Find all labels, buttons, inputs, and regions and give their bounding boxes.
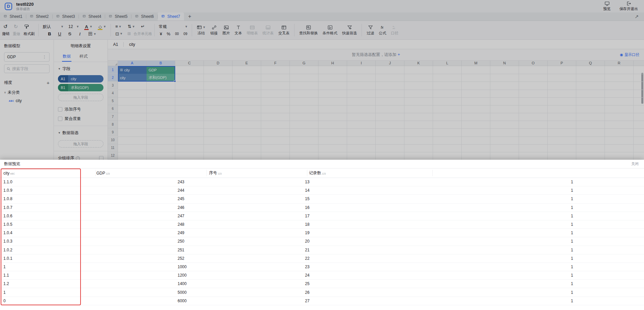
save-exit-button[interactable]: 保存并退出: [619, 1, 638, 11]
column-header-B[interactable]: B: [147, 61, 175, 66]
borders-button[interactable]: 田▼: [86, 31, 98, 37]
drop-field-zone[interactable]: 拖入字段: [58, 94, 103, 101]
settings-tab-样式[interactable]: 样式: [80, 54, 88, 62]
column-header-K[interactable]: K: [404, 61, 433, 66]
field-pill-B1[interactable]: B1求和(GDP): [58, 84, 103, 91]
currency-format-button[interactable]: ¥: [160, 32, 162, 36]
row-header-4[interactable]: 4: [108, 90, 118, 97]
font-size-select[interactable]: 12▼: [67, 23, 81, 30]
row-header-3[interactable]: 3: [108, 82, 118, 89]
row-header-7[interactable]: 7: [108, 113, 118, 121]
font-color-button[interactable]: A▼: [82, 24, 94, 29]
vertical-scrollbar[interactable]: [641, 73, 643, 104]
percent-format-button[interactable]: %: [167, 32, 171, 36]
row-header-9[interactable]: 9: [108, 128, 118, 136]
row-header-8[interactable]: 8: [108, 121, 118, 128]
column-header-D[interactable]: D: [204, 61, 233, 66]
checkbox-icon[interactable]: [58, 107, 62, 112]
spreadsheet-grid[interactable]: ABCDEFGHIJKLMNOPQRS 123456789101112⊞city…: [108, 61, 644, 160]
column-header-F[interactable]: F: [261, 61, 290, 66]
column-header-S[interactable]: S: [634, 61, 644, 66]
preview-column-header-GDP[interactable]: GDP123: [96, 168, 110, 178]
grid-cell-B1[interactable]: GDP: [147, 66, 175, 74]
dataset-select[interactable]: GDP ⋮: [4, 52, 50, 62]
vertical-align-button[interactable]: ⇅▼: [126, 24, 137, 29]
toolbar-text-button[interactable]: 文本: [232, 22, 244, 39]
column-header-M[interactable]: M: [462, 61, 490, 66]
field-item-city[interactable]: ABCcity: [0, 96, 54, 104]
grid-cell-A2[interactable]: city: [118, 74, 147, 82]
sheet-tab-sheet6[interactable]: Sheet6: [131, 12, 158, 21]
fill-color-button[interactable]: ◇▼: [96, 24, 108, 29]
row-header-12[interactable]: 12: [108, 152, 118, 160]
preview-column-header-序号[interactable]: 序号123: [209, 168, 222, 178]
column-header-O[interactable]: O: [519, 61, 548, 66]
toolbar-conditional-format-button[interactable]: 条件格式: [320, 22, 340, 39]
column-header-I[interactable]: I: [347, 61, 376, 66]
cell-reference-box[interactable]: A1: [108, 42, 123, 47]
number-format-select[interactable]: 常规▼: [157, 23, 189, 30]
field-group-uncategorized[interactable]: ∨ 未分类: [0, 87, 54, 96]
add-sheet-button[interactable]: +: [184, 12, 195, 21]
add-index-checkbox-row[interactable]: 添加序号: [54, 103, 108, 113]
sheet-tab-sheet4[interactable]: Sheet4: [79, 12, 105, 21]
sheet-tab-sheet2[interactable]: Sheet2: [26, 12, 53, 21]
drop-filter-field-zone[interactable]: 拖入字段: [58, 140, 103, 148]
column-header-H[interactable]: H: [318, 61, 347, 66]
row-header-2[interactable]: 2: [108, 74, 118, 82]
field-search-input[interactable]: 搜索字段: [4, 64, 50, 73]
font-family-select[interactable]: 默认▼: [41, 23, 65, 30]
fields-section-header[interactable]: ▼ 字段: [54, 62, 108, 74]
table-block-handle-icon[interactable]: ⊞: [120, 68, 123, 72]
column-header-R[interactable]: R: [605, 61, 634, 66]
undo-button[interactable]: ↺: [1, 24, 10, 29]
sheet-tab-sheet5[interactable]: Sheet5: [105, 12, 131, 21]
close-preview-button[interactable]: 关闭: [631, 161, 639, 166]
column-header-G[interactable]: G: [290, 61, 318, 66]
selection-fill-handle[interactable]: [174, 80, 176, 82]
column-header-E[interactable]: E: [233, 61, 261, 66]
settings-tab-数据[interactable]: 数据: [63, 54, 71, 62]
merge-cells-button[interactable]: 合并单元格: [133, 31, 152, 36]
wrap-text-button[interactable]: ↵: [139, 24, 147, 29]
add-dimension-button[interactable]: +: [47, 80, 50, 86]
grid-cell-A1[interactable]: ⊞city: [118, 66, 147, 74]
toolbar-quick-filter-button[interactable]: 快速筛选: [340, 22, 359, 39]
text-direction-button[interactable]: ⊡▼: [113, 31, 125, 36]
toolbar-link-button[interactable]: 链接: [208, 22, 220, 39]
column-header-A[interactable]: A: [118, 61, 147, 66]
redo-button[interactable]: ↻: [11, 24, 21, 29]
column-header-N[interactable]: N: [490, 61, 519, 66]
sheet-tab-sheet1[interactable]: Sheet1: [0, 12, 26, 21]
row-header-5[interactable]: 5: [108, 97, 118, 105]
horizontal-align-button[interactable]: ≡▼: [113, 24, 124, 29]
preview-column-header-city[interactable]: cityABC: [3, 168, 15, 178]
bold-button[interactable]: B: [46, 31, 53, 36]
decrease-decimal-button[interactable]: 09: [184, 32, 187, 36]
aggregate-checkbox-row[interactable]: 聚合度量: [54, 113, 108, 122]
column-header-L[interactable]: L: [433, 61, 462, 66]
formula-input[interactable]: city: [129, 42, 135, 47]
show-caliber-toggle[interactable]: ◉ 显示口径: [620, 52, 639, 57]
sheet-tab-sheet7[interactable]: Sheet7: [158, 12, 184, 21]
column-header-Q[interactable]: Q: [576, 61, 605, 66]
row-header-1[interactable]: 1: [108, 66, 118, 74]
toolbar-freeze-button[interactable]: ▼冻结: [194, 22, 208, 39]
toolbar-cross-table-button[interactable]: 交叉表: [276, 22, 292, 39]
preview-column-header-记录数[interactable]: 记录数123: [309, 168, 326, 178]
increase-decimal-button[interactable]: 00: [175, 32, 179, 36]
format-painter-button[interactable]: [21, 24, 32, 29]
toolbar-image-button[interactable]: 图片: [220, 22, 232, 39]
italic-button[interactable]: I: [76, 31, 84, 37]
row-header-11[interactable]: 11: [108, 144, 118, 152]
select-all-corner[interactable]: [108, 61, 118, 66]
underline-button[interactable]: U: [56, 31, 63, 36]
row-header-6[interactable]: 6: [108, 105, 118, 113]
toolbar-find-replace-button[interactable]: 查找和替换: [297, 22, 320, 39]
toolbar-filter-button[interactable]: 过滤: [364, 22, 376, 39]
toolbar-formula-button[interactable]: fx公式: [376, 22, 389, 39]
column-header-C[interactable]: C: [175, 61, 204, 66]
row-header-10[interactable]: 10: [108, 136, 118, 144]
field-pill-A1[interactable]: A1city: [58, 75, 103, 83]
add-filter-button[interactable]: +: [396, 52, 400, 57]
